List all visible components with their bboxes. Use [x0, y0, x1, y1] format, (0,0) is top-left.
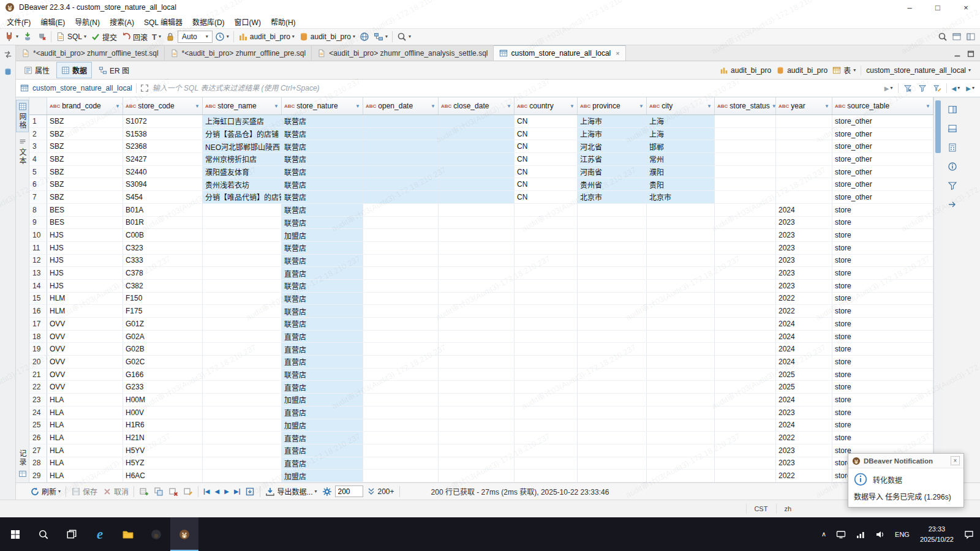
- column-header-store_nature[interactable]: ABCstore_nature▼: [282, 97, 363, 114]
- references-panel-icon[interactable]: [946, 198, 959, 211]
- cell-province[interactable]: [578, 457, 647, 470]
- cell-country[interactable]: [514, 305, 578, 318]
- cell-close_date[interactable]: [439, 255, 514, 268]
- cell-store_name[interactable]: [203, 470, 282, 482]
- cell-open_date[interactable]: [363, 356, 439, 369]
- cell-store_status[interactable]: [715, 318, 776, 331]
- cell-country[interactable]: [514, 255, 578, 268]
- cell-open_date[interactable]: [363, 166, 439, 179]
- cell-store_code[interactable]: H1R6: [123, 419, 203, 432]
- cell-store_name[interactable]: [203, 419, 282, 432]
- column-filter-icon[interactable]: ▼: [639, 103, 644, 109]
- cell-store_name[interactable]: NEO河北邯郸邯山陵西: [203, 140, 282, 153]
- cell-store_code[interactable]: B01A: [123, 204, 203, 217]
- cell-store_nature[interactable]: 加盟店: [282, 419, 363, 432]
- cell-city[interactable]: [647, 293, 715, 305]
- cell-province[interactable]: [578, 331, 647, 343]
- cell-year[interactable]: [776, 140, 832, 153]
- open-perspective-button[interactable]: [950, 31, 963, 43]
- cell-open_date[interactable]: [363, 432, 439, 444]
- quick-search-button[interactable]: [936, 31, 949, 43]
- cell-store_status[interactable]: [715, 381, 776, 394]
- cell-province[interactable]: 河北省: [578, 140, 647, 153]
- minimize-button[interactable]: –: [895, 0, 924, 15]
- cell-open_date[interactable]: [363, 331, 439, 343]
- fetch-more-button[interactable]: 200+: [364, 485, 396, 498]
- cell-store_nature[interactable]: 联营店: [282, 178, 363, 191]
- column-filter-icon[interactable]: ▼: [274, 103, 279, 109]
- cell-source_table[interactable]: store_other: [832, 191, 933, 204]
- cell-store_nature[interactable]: 直营店: [282, 444, 363, 457]
- cell-store_name[interactable]: [203, 444, 282, 457]
- cell-store_nature[interactable]: 直营店: [282, 432, 363, 444]
- cell-year[interactable]: 2023: [776, 229, 832, 242]
- cell-close_date[interactable]: [439, 204, 514, 217]
- breadcrumb-schema[interactable]: audit_bi_pro: [776, 66, 827, 75]
- column-filter-icon[interactable]: ▼: [707, 103, 712, 109]
- cell-close_date[interactable]: [439, 394, 514, 407]
- cell-province[interactable]: [578, 229, 647, 242]
- cell-brand_code[interactable]: SBZ: [47, 153, 123, 166]
- close-button[interactable]: ×: [952, 0, 980, 15]
- cell-year[interactable]: 2024: [776, 204, 832, 217]
- locale-indicator[interactable]: zh: [776, 504, 799, 514]
- cell-province[interactable]: [578, 242, 647, 255]
- breadcrumb-table-type[interactable]: 表 ▾: [832, 65, 856, 75]
- cell-store_name[interactable]: 常州京榜折扣店: [203, 153, 282, 166]
- cell-source_table[interactable]: store: [832, 407, 933, 419]
- cell-store_name[interactable]: [203, 381, 282, 394]
- cell-store_code[interactable]: C00B: [123, 229, 203, 242]
- cell-province[interactable]: [578, 432, 647, 444]
- cell-open_date[interactable]: [363, 369, 439, 381]
- cell-open_date[interactable]: [363, 444, 439, 457]
- cell-source_table[interactable]: store: [832, 381, 933, 394]
- cell-open_date[interactable]: [363, 419, 439, 432]
- cell-country[interactable]: [514, 407, 578, 419]
- cell-store_code[interactable]: B01R: [123, 217, 203, 230]
- row-number[interactable]: 9: [29, 217, 47, 230]
- next-row-button[interactable]: ▶: [222, 487, 231, 496]
- cell-country[interactable]: CN: [514, 115, 578, 128]
- cell-year[interactable]: 2022: [776, 293, 832, 305]
- column-filter-icon[interactable]: ▼: [355, 103, 360, 109]
- cell-brand_code[interactable]: HLA: [47, 394, 123, 407]
- cell-store_status[interactable]: [715, 419, 776, 432]
- column-header-close_date[interactable]: ABCclose_date▼: [439, 97, 514, 114]
- cell-city[interactable]: [647, 394, 715, 407]
- cell-year[interactable]: 2023: [776, 457, 832, 470]
- refresh-button[interactable]: 刷新 ▾: [28, 485, 62, 498]
- cell-country[interactable]: [514, 280, 578, 293]
- row-number[interactable]: 14: [29, 280, 47, 293]
- cell-close_date[interactable]: [439, 369, 514, 381]
- export-data-button[interactable]: 导出数据... ▾: [263, 485, 318, 498]
- cell-store_nature[interactable]: 加盟店: [282, 394, 363, 407]
- cell-city[interactable]: [647, 318, 715, 331]
- cell-store_code[interactable]: S454: [123, 191, 203, 204]
- cell-store_status[interactable]: [715, 217, 776, 230]
- cell-store_name[interactable]: [203, 369, 282, 381]
- cell-brand_code[interactable]: HLM: [47, 293, 123, 305]
- cell-store_status[interactable]: [715, 444, 776, 457]
- row-number[interactable]: 29: [29, 470, 47, 482]
- cell-open_date[interactable]: [363, 394, 439, 407]
- column-filter-icon[interactable]: ▼: [772, 103, 776, 109]
- cell-source_table[interactable]: store_other: [832, 128, 933, 141]
- cell-store_name[interactable]: [203, 229, 282, 242]
- cell-brand_code[interactable]: SBZ: [47, 128, 123, 141]
- cell-brand_code[interactable]: HJS: [47, 242, 123, 255]
- cell-source_table[interactable]: store: [832, 356, 933, 369]
- cell-store_status[interactable]: [715, 166, 776, 179]
- cell-store_code[interactable]: S1072: [123, 115, 203, 128]
- cell-year[interactable]: 2023: [776, 444, 832, 457]
- cell-city[interactable]: [647, 356, 715, 369]
- cell-city[interactable]: [647, 280, 715, 293]
- cell-country[interactable]: [514, 381, 578, 394]
- cell-city[interactable]: [647, 407, 715, 419]
- result-settings-button[interactable]: [320, 485, 334, 498]
- dbeaver-taskbar-button[interactable]: [142, 517, 170, 551]
- tray-expand-button[interactable]: ∧: [816, 517, 831, 551]
- cell-year[interactable]: 2025: [776, 369, 832, 381]
- cell-close_date[interactable]: [439, 280, 514, 293]
- cell-store_code[interactable]: F175: [123, 305, 203, 318]
- cell-country[interactable]: [514, 394, 578, 407]
